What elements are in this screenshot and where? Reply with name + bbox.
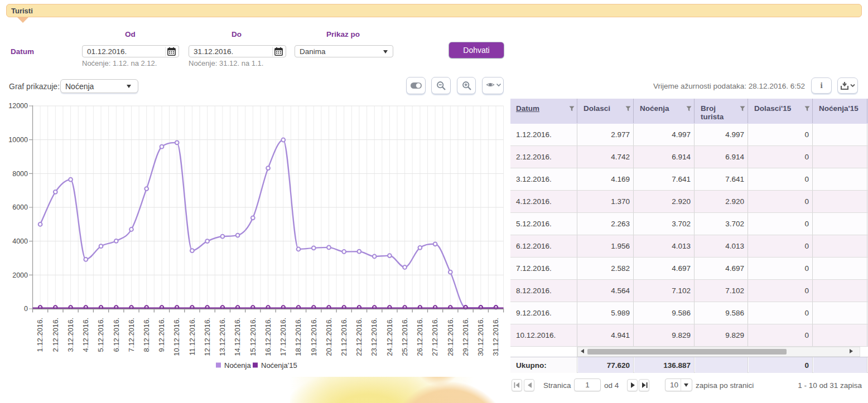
svg-text:2.12.2016.: 2.12.2016. (51, 318, 60, 352)
svg-text:7.12.2016.: 7.12.2016. (127, 318, 136, 352)
svg-text:22.12.2016.: 22.12.2016. (355, 318, 363, 356)
svg-text:8.12.2016.: 8.12.2016. (142, 318, 151, 352)
svg-text:8000: 8000 (12, 170, 28, 178)
svg-text:10000: 10000 (8, 136, 28, 144)
svg-text:24.12.2016.: 24.12.2016. (385, 318, 394, 356)
svg-text:4.12.2016.: 4.12.2016. (81, 318, 90, 352)
svg-text:15.12.2016.: 15.12.2016. (249, 318, 257, 356)
svg-text:29.12.2016.: 29.12.2016. (461, 318, 470, 356)
svg-text:12000: 12000 (8, 102, 28, 110)
svg-text:18.12.2016.: 18.12.2016. (294, 318, 302, 356)
svg-text:13.12.2016.: 13.12.2016. (218, 318, 226, 356)
svg-text:0: 0 (24, 305, 28, 313)
svg-text:11.12.2016.: 11.12.2016. (188, 318, 196, 356)
svg-text:12.12.2016.: 12.12.2016. (203, 318, 211, 356)
svg-text:Noćenja: Noćenja (224, 361, 251, 370)
svg-text:9.12.2016.: 9.12.2016. (157, 318, 166, 352)
svg-text:23.12.2016.: 23.12.2016. (370, 318, 378, 356)
svg-text:5.12.2016.: 5.12.2016. (97, 318, 105, 352)
svg-text:14.12.2016.: 14.12.2016. (233, 318, 242, 356)
svg-text:10.12.2016.: 10.12.2016. (172, 318, 181, 356)
svg-text:27.12.2016.: 27.12.2016. (431, 318, 439, 356)
svg-text:1.12.2016.: 1.12.2016. (36, 318, 44, 352)
svg-text:3.12.2016.: 3.12.2016. (66, 318, 75, 352)
svg-text:31.12.2016.: 31.12.2016. (491, 318, 500, 356)
svg-text:Noćenja'15: Noćenja'15 (261, 361, 297, 370)
svg-text:20.12.2016.: 20.12.2016. (325, 318, 333, 356)
svg-text:25.12.2016.: 25.12.2016. (401, 318, 409, 356)
svg-text:26.12.2016.: 26.12.2016. (416, 318, 424, 356)
svg-text:2000: 2000 (12, 271, 28, 279)
svg-text:4000: 4000 (12, 237, 28, 245)
svg-text:16.12.2016.: 16.12.2016. (264, 318, 272, 356)
svg-text:28.12.2016.: 28.12.2016. (446, 318, 455, 356)
svg-text:17.12.2016.: 17.12.2016. (279, 318, 287, 356)
svg-text:30.12.2016.: 30.12.2016. (476, 318, 485, 356)
svg-text:19.12.2016.: 19.12.2016. (310, 318, 318, 356)
svg-text:6.12.2016.: 6.12.2016. (112, 318, 120, 352)
svg-text:21.12.2016.: 21.12.2016. (340, 318, 348, 356)
svg-text:6000: 6000 (12, 203, 28, 211)
